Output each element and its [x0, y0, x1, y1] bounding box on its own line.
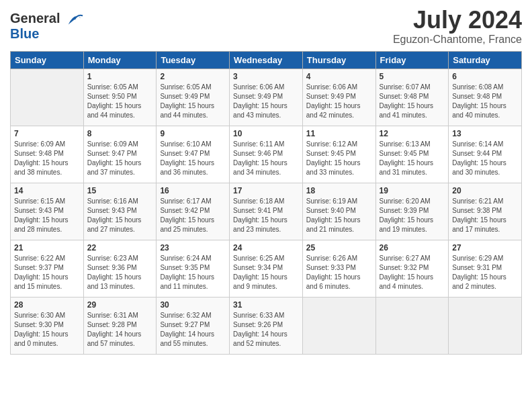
- day-number: 3: [233, 72, 299, 81]
- header-cell-tuesday: Tuesday: [157, 51, 230, 68]
- daylight-text: Daylight: 15 hours and 19 minutes.: [380, 216, 445, 234]
- day-number: 29: [87, 300, 153, 310]
- sunset-text: Sunset: 9:37 PM: [14, 263, 80, 273]
- day-cell: 14 Sunrise: 6:15 AM Sunset: 9:43 PM Dayl…: [11, 183, 84, 240]
- sunrise-text: Sunrise: 6:20 AM: [380, 197, 445, 206]
- day-info: Sunrise: 6:31 AM Sunset: 9:28 PM Dayligh…: [87, 311, 153, 349]
- sunrise-text: Sunrise: 6:21 AM: [452, 197, 518, 206]
- sunrise-text: Sunrise: 6:24 AM: [160, 254, 226, 263]
- sunrise-text: Sunrise: 6:18 AM: [233, 197, 299, 206]
- day-info: Sunrise: 6:09 AM Sunset: 9:48 PM Dayligh…: [14, 140, 80, 177]
- day-cell: 27 Sunrise: 6:29 AM Sunset: 9:31 PM Dayl…: [449, 240, 522, 297]
- day-cell: 6 Sunrise: 6:08 AM Sunset: 9:48 PM Dayli…: [449, 68, 522, 126]
- day-number: 4: [306, 72, 372, 81]
- daylight-text: Daylight: 15 hours and 23 minutes.: [233, 216, 299, 234]
- day-number: 20: [452, 186, 518, 195]
- day-info: Sunrise: 6:30 AM Sunset: 9:30 PM Dayligh…: [14, 311, 80, 349]
- day-info: Sunrise: 6:06 AM Sunset: 9:49 PM Dayligh…: [306, 83, 372, 120]
- sunset-text: Sunset: 9:35 PM: [160, 263, 226, 273]
- sunrise-text: Sunrise: 6:31 AM: [87, 311, 153, 320]
- day-number: 8: [87, 129, 153, 138]
- daylight-text: Daylight: 15 hours and 4 minutes.: [380, 273, 445, 291]
- sunrise-text: Sunrise: 6:07 AM: [380, 83, 445, 92]
- sunrise-text: Sunrise: 6:05 AM: [160, 83, 226, 92]
- sunset-text: Sunset: 9:45 PM: [306, 149, 372, 158]
- sunset-text: Sunset: 9:38 PM: [452, 206, 518, 216]
- day-info: Sunrise: 6:10 AM Sunset: 9:47 PM Dayligh…: [160, 140, 226, 177]
- sunrise-text: Sunrise: 6:19 AM: [306, 197, 372, 206]
- day-number: 28: [14, 300, 80, 310]
- day-cell: 26 Sunrise: 6:27 AM Sunset: 9:32 PM Dayl…: [375, 240, 449, 297]
- daylight-text: Daylight: 15 hours and 43 minutes.: [233, 101, 299, 120]
- day-info: Sunrise: 6:09 AM Sunset: 9:47 PM Dayligh…: [87, 140, 153, 177]
- daylight-text: Daylight: 15 hours and 30 minutes.: [452, 158, 518, 177]
- day-number: 11: [306, 129, 372, 138]
- day-number: 21: [14, 243, 80, 253]
- sunset-text: Sunset: 9:40 PM: [306, 206, 372, 216]
- daylight-text: Daylight: 15 hours and 41 minutes.: [380, 101, 445, 120]
- sunset-text: Sunset: 9:39 PM: [380, 206, 445, 216]
- sunrise-text: Sunrise: 6:11 AM: [233, 140, 299, 149]
- day-cell: [11, 68, 84, 126]
- daylight-text: Daylight: 15 hours and 36 minutes.: [160, 158, 226, 177]
- day-number: 9: [160, 129, 226, 138]
- day-number: 2: [160, 72, 226, 81]
- location-title: Eguzon-Chantome, France: [393, 34, 522, 46]
- day-info: Sunrise: 6:25 AM Sunset: 9:34 PM Dayligh…: [233, 254, 299, 291]
- header-cell-monday: Monday: [83, 51, 157, 68]
- sunset-text: Sunset: 9:43 PM: [14, 206, 80, 216]
- day-cell: 8 Sunrise: 6:09 AM Sunset: 9:47 PM Dayli…: [83, 126, 157, 183]
- day-number: 27: [452, 243, 518, 253]
- day-info: Sunrise: 6:14 AM Sunset: 9:44 PM Dayligh…: [452, 140, 518, 177]
- sunset-text: Sunset: 9:49 PM: [160, 92, 226, 101]
- sunset-text: Sunset: 9:44 PM: [452, 149, 518, 158]
- day-cell: 20 Sunrise: 6:21 AM Sunset: 9:38 PM Dayl…: [449, 183, 522, 240]
- sunrise-text: Sunrise: 6:09 AM: [87, 140, 153, 149]
- sunrise-text: Sunrise: 6:29 AM: [452, 254, 518, 263]
- day-number: 24: [233, 243, 299, 253]
- header-area: General Blue July 2024 Eguzon-Chantome, …: [10, 7, 522, 46]
- daylight-text: Daylight: 15 hours and 44 minutes.: [87, 101, 153, 120]
- sunrise-text: Sunrise: 6:10 AM: [160, 140, 226, 149]
- sunrise-text: Sunrise: 6:08 AM: [452, 83, 518, 92]
- sunset-text: Sunset: 9:48 PM: [14, 149, 80, 158]
- day-cell: 29 Sunrise: 6:31 AM Sunset: 9:28 PM Dayl…: [83, 297, 157, 354]
- sunset-text: Sunset: 9:45 PM: [380, 149, 445, 158]
- sunset-text: Sunset: 9:27 PM: [160, 320, 226, 330]
- day-info: Sunrise: 6:17 AM Sunset: 9:42 PM Dayligh…: [160, 197, 226, 234]
- day-info: Sunrise: 6:23 AM Sunset: 9:36 PM Dayligh…: [87, 254, 153, 291]
- header-row: SundayMondayTuesdayWednesdayThursdayFrid…: [11, 51, 522, 68]
- day-cell: 28 Sunrise: 6:30 AM Sunset: 9:30 PM Dayl…: [11, 297, 84, 354]
- day-number: 16: [160, 186, 226, 195]
- sunset-text: Sunset: 9:34 PM: [233, 263, 299, 273]
- sunset-text: Sunset: 9:30 PM: [14, 320, 80, 330]
- daylight-text: Daylight: 15 hours and 15 minutes.: [14, 273, 80, 291]
- sunset-text: Sunset: 9:28 PM: [87, 320, 153, 330]
- daylight-text: Daylight: 15 hours and 0 minutes.: [14, 330, 80, 349]
- daylight-text: Daylight: 15 hours and 21 minutes.: [306, 216, 372, 234]
- day-cell: 17 Sunrise: 6:18 AM Sunset: 9:41 PM Dayl…: [230, 183, 303, 240]
- logo-icon: [65, 10, 84, 29]
- day-cell: 5 Sunrise: 6:07 AM Sunset: 9:48 PM Dayli…: [375, 68, 449, 126]
- day-cell: 22 Sunrise: 6:23 AM Sunset: 9:36 PM Dayl…: [83, 240, 157, 297]
- day-cell: 23 Sunrise: 6:24 AM Sunset: 9:35 PM Dayl…: [157, 240, 230, 297]
- daylight-text: Daylight: 15 hours and 17 minutes.: [452, 216, 518, 234]
- sunrise-text: Sunrise: 6:17 AM: [160, 197, 226, 206]
- sunrise-text: Sunrise: 6:06 AM: [233, 83, 299, 92]
- day-number: 17: [233, 186, 299, 195]
- day-cell: 15 Sunrise: 6:16 AM Sunset: 9:43 PM Dayl…: [83, 183, 157, 240]
- day-number: 31: [233, 300, 299, 310]
- day-info: Sunrise: 6:29 AM Sunset: 9:31 PM Dayligh…: [452, 254, 518, 291]
- day-info: Sunrise: 6:24 AM Sunset: 9:35 PM Dayligh…: [160, 254, 226, 291]
- day-info: Sunrise: 6:22 AM Sunset: 9:37 PM Dayligh…: [14, 254, 80, 291]
- day-info: Sunrise: 6:26 AM Sunset: 9:33 PM Dayligh…: [306, 254, 372, 291]
- title-area: July 2024 Eguzon-Chantome, France: [393, 7, 522, 46]
- daylight-text: Daylight: 15 hours and 9 minutes.: [233, 273, 299, 291]
- daylight-text: Daylight: 15 hours and 27 minutes.: [87, 216, 153, 234]
- sunset-text: Sunset: 9:36 PM: [87, 263, 153, 273]
- sunset-text: Sunset: 9:42 PM: [160, 206, 226, 216]
- sunset-text: Sunset: 9:48 PM: [452, 92, 518, 101]
- day-number: 13: [452, 129, 518, 138]
- sunrise-text: Sunrise: 6:30 AM: [14, 311, 80, 320]
- day-cell: 18 Sunrise: 6:19 AM Sunset: 9:40 PM Dayl…: [302, 183, 375, 240]
